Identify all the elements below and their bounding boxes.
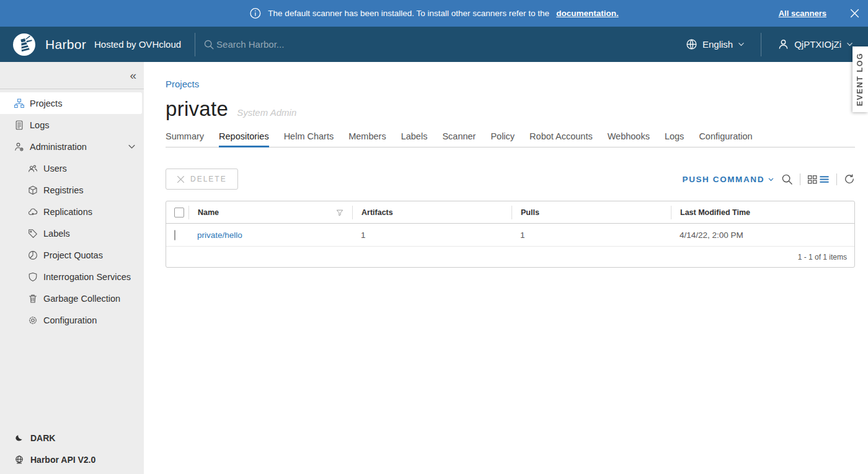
column-pulls[interactable]: Pulls (512, 206, 671, 219)
language-label: English (702, 39, 733, 50)
sidebar-item-label: Interrogation Services (43, 272, 131, 282)
tab-summary[interactable]: Summary (166, 131, 204, 147)
sidebar-item-labels[interactable]: Labels (0, 222, 144, 244)
pulls-cell: 1 (512, 230, 671, 240)
sidebar-item-interrogation-services[interactable]: Interrogation Services (0, 266, 144, 287)
sidebar-item-label: Garbage Collection (43, 294, 120, 304)
sidebar-item-label: Project Quotas (43, 250, 103, 260)
repositories-table: Name Artifacts Pulls Last Modified Time (166, 201, 855, 268)
close-icon[interactable] (850, 9, 859, 18)
sidebar-item-label: Users (43, 164, 67, 173)
app-header: Harbor Hosted by OVHcloud English (0, 27, 868, 62)
moon-icon (14, 433, 24, 443)
sidebar-item-users[interactable]: Users (0, 157, 144, 179)
all-scanners-link[interactable]: All scanners (779, 9, 826, 18)
org-chart-icon (14, 99, 24, 108)
sidebar-item-project-quotas[interactable]: Project Quotas (0, 244, 144, 266)
harbor-api-link[interactable]: Harbor API V2.0 (0, 449, 144, 470)
push-command-label: PUSH COMMAND (683, 175, 764, 184)
tab-labels[interactable]: Labels (401, 131, 428, 147)
pie-icon (28, 250, 38, 260)
sidebar-item-replications[interactable]: Replications (0, 201, 144, 222)
tab-repositories[interactable]: Repositories (219, 131, 269, 147)
breadcrumb[interactable]: Projects (166, 79, 199, 89)
hosted-by-label: Hosted by OVHcloud (94, 39, 181, 50)
documentation-link[interactable]: documentation. (556, 9, 619, 18)
banner-message: The default scanner has been installed. … (268, 9, 549, 18)
sidebar-item-projects[interactable]: Projects (0, 92, 142, 114)
column-last-modified[interactable]: Last Modified Time (671, 206, 854, 219)
sidebar-item-label: Configuration (43, 315, 97, 325)
header-divider (195, 33, 195, 56)
tab-webhooks[interactable]: Webhooks (608, 131, 650, 147)
info-circle-icon (249, 7, 261, 19)
event-log-tab[interactable]: EVENT LOG (852, 46, 868, 112)
list-view-icon[interactable] (819, 174, 830, 185)
users-icon (28, 164, 38, 173)
sidebar-item-label: Registries (43, 185, 83, 195)
tab-helm-charts[interactable]: Helm Charts (284, 131, 334, 147)
column-name[interactable]: Name (188, 206, 352, 219)
event-log-label: EVENT LOG (856, 53, 865, 107)
search-icon[interactable] (781, 173, 793, 185)
language-menu[interactable]: English (686, 38, 745, 50)
tab-configuration[interactable]: Configuration (699, 131, 752, 147)
row-checkbox[interactable] (174, 230, 175, 240)
notification-banner: The default scanner has been installed. … (0, 0, 868, 27)
table-row: private/hello 1 1 4/14/22, 2:00 PM (166, 224, 854, 247)
brand-title[interactable]: Harbor (45, 37, 86, 52)
collapse-sidebar-icon[interactable]: « (130, 69, 136, 81)
toolbar-divider (800, 173, 800, 185)
sidebar-item-label: Projects (30, 99, 62, 108)
sidebar-item-administration[interactable]: Administration (0, 136, 144, 157)
tab-scanner[interactable]: Scanner (442, 131, 476, 147)
tab-logs[interactable]: Logs (665, 131, 684, 147)
dark-mode-toggle[interactable]: DARK (0, 427, 144, 449)
cloud-icon (28, 207, 38, 217)
card-view-icon[interactable] (807, 174, 818, 185)
sidebar-item-garbage-collection[interactable]: Garbage Collection (0, 287, 144, 309)
tag-icon (28, 229, 38, 239)
sidebar-item-registries[interactable]: Registries (0, 179, 144, 201)
toolbar-divider (836, 173, 837, 185)
tab-robot-accounts[interactable]: Robot Accounts (529, 131, 593, 147)
close-icon (177, 175, 185, 183)
table-footer: 1 - 1 of 1 items (166, 247, 854, 267)
tab-policy[interactable]: Policy (490, 131, 515, 147)
username-label: QjPTXIOjZi (794, 39, 841, 50)
user-menu[interactable]: QjPTXIOjZi (777, 38, 853, 50)
project-tabs: Summary Repositories Helm Charts Members… (166, 131, 855, 147)
delete-button[interactable]: DELETE (166, 169, 238, 190)
select-all-checkbox[interactable] (174, 208, 184, 217)
pagination-summary: 1 - 1 of 1 items (798, 253, 847, 261)
user-icon (777, 38, 789, 50)
shield-icon (28, 272, 38, 282)
main-content: Projects private System Admin Summary Re… (144, 62, 868, 474)
column-artifacts[interactable]: Artifacts (352, 206, 512, 219)
harbor-api-label: Harbor API V2.0 (30, 455, 95, 465)
table-header-row: Name Artifacts Pulls Last Modified Time (166, 201, 854, 224)
filter-icon[interactable] (336, 209, 343, 216)
repository-link[interactable]: private/hello (188, 230, 352, 240)
sidebar-item-configuration[interactable]: Configuration (0, 309, 144, 331)
dark-mode-label: DARK (30, 433, 55, 443)
gear-icon (28, 315, 38, 325)
chevron-down-icon (128, 143, 136, 151)
harbor-logo-icon[interactable] (12, 33, 36, 56)
page-title: private (166, 97, 228, 121)
push-command-button[interactable]: PUSH COMMAND (683, 175, 774, 184)
globe-icon (686, 38, 698, 50)
last-modified-cell: 4/14/22, 2:00 PM (671, 230, 854, 240)
trash-icon (28, 294, 38, 304)
refresh-icon[interactable] (844, 173, 855, 185)
sidebar-item-label: Labels (43, 229, 70, 239)
delete-label: DELETE (190, 175, 227, 183)
api-globe-icon (14, 455, 24, 465)
admin-user-icon (14, 142, 24, 152)
document-icon (14, 120, 24, 130)
sidebar-item-logs[interactable]: Logs (0, 114, 144, 136)
search-input[interactable] (216, 39, 359, 50)
role-badge: System Admin (237, 107, 296, 118)
tab-members[interactable]: Members (348, 131, 386, 147)
sidebar-item-label: Replications (43, 207, 92, 217)
